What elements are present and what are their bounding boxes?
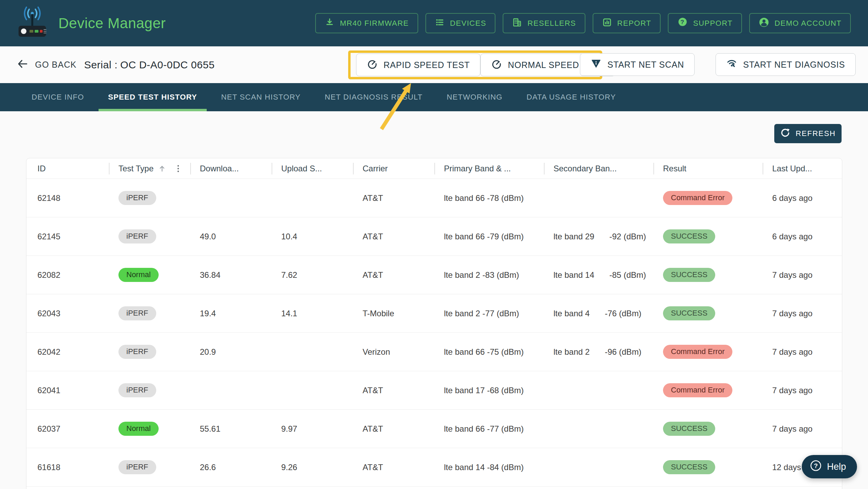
cell-last-updated: 6 days ago [763,179,842,217]
cell-test-type: Normal [109,410,190,448]
cell-test-type: Normal [109,256,190,294]
tab-net-scan-history[interactable]: NET SCAN HISTORY [212,83,310,111]
test-type-badge: iPERF [118,345,156,359]
devices-button[interactable]: DEVICES [425,13,496,33]
tab-data-usage-history[interactable]: DATA USAGE HISTORY [517,83,625,111]
bar-chart-icon [602,17,612,30]
page-title: Device Manager [58,15,166,32]
table-row[interactable]: 62148iPERFAT&Tlte band 66 -78 (dBm)Comma… [26,179,842,217]
cell-id: 62148 [26,179,109,217]
cell-secondary-band: lte band 2-96 (dBm) [544,333,653,371]
cell-carrier: AT&T [353,256,434,294]
router-logo-icon [16,6,48,41]
cell-result: Command Error [653,179,763,217]
cell-result: SUCCESS [653,256,763,294]
rapid-speed-test-button[interactable]: RAPID SPEED TEST [356,54,480,76]
table-row[interactable]: 62037Normal55.619.97AT&Tlte band 66 -77 … [26,410,842,448]
column-menu-icon[interactable] [173,163,183,174]
help-button[interactable]: ? Help [802,455,857,478]
table-row[interactable]: 61618iPERF26.69.26AT&Tlte band 14 -84 (d… [26,448,842,487]
cell-secondary-band [544,410,653,448]
table-row[interactable]: 62145iPERF49.010.4AT&Tlte band 66 -79 (d… [26,217,842,256]
cell-id: 62041 [26,371,109,409]
cell-test-type: iPERF [109,294,190,332]
cell-carrier: Verizon [353,333,434,371]
tab-speed-test-history[interactable]: SPEED TEST HISTORY [99,83,207,111]
cell-download: 26.6 [190,448,272,486]
cell-secondary-band [544,448,653,486]
refresh-icon [780,127,790,140]
refresh-button[interactable]: REFRESH [774,124,842,143]
cell-primary-band: lte band 2 -83 (dBm) [434,256,544,294]
download-icon [324,17,335,30]
column-header-test-type[interactable]: Test Type [109,158,190,179]
net-actions: START NET SCAN START NET DIAGNOSIS [580,53,856,76]
test-type-badge: Normal [118,422,159,435]
cell-carrier: AT&T [353,448,434,486]
column-header-download[interactable]: Downloa... [190,158,272,179]
back-group: GO BACK Serial :OC D-A0-0DC 0655 [16,46,215,83]
column-header-primary-band[interactable]: Primary Band & ... [434,158,544,179]
device-toolbar: GO BACK Serial :OC D-A0-0DC 0655 RAPID S… [0,46,868,83]
cell-last-updated: 7 days ago [763,410,842,448]
column-header-secondary-band[interactable]: Secondary Ban... [544,158,653,179]
cell-id: 61618 [26,448,109,486]
building-icon [512,17,522,30]
start-net-diagnosis-button[interactable]: START NET DIAGNOSIS [716,53,856,76]
cell-upload: 9.26 [272,448,353,486]
column-header-carrier[interactable]: Carrier [353,158,434,179]
test-type-badge: iPERF [118,383,156,397]
cell-id: 62037 [26,410,109,448]
table-body: 62148iPERFAT&Tlte band 66 -78 (dBm)Comma… [26,179,842,487]
column-header-result[interactable]: Result [653,158,763,179]
main-nav: MR40 FIRMWARE DEVICES RESELLERS [315,0,851,46]
cell-secondary-band: lte band 14-85 (dBm) [544,256,653,294]
go-back-button[interactable]: GO BACK [16,58,77,72]
cell-result: SUCCESS [653,294,763,332]
column-header-last-updated[interactable]: Last Upd... [763,158,842,179]
cell-id: 62042 [26,333,109,371]
result-badge: SUCCESS [663,306,715,320]
cell-test-type: iPERF [109,371,190,409]
list-icon [435,17,445,30]
firmware-button[interactable]: MR40 FIRMWARE [315,13,418,33]
cell-primary-band: lte band 2 -77 (dBm) [434,294,544,332]
report-button[interactable]: REPORT [593,13,661,33]
resellers-button[interactable]: RESELLERS [503,13,585,33]
cell-secondary-band [544,371,653,409]
cell-upload: 14.1 [272,294,353,332]
table-row[interactable]: 62082Normal36.847.62AT&Tlte band 2 -83 (… [26,256,842,294]
table-row[interactable]: 62042iPERF20.9Verizonlte band 66 -75 (dB… [26,333,842,371]
cell-last-updated: 7 days ago [763,333,842,371]
svg-text:?: ? [814,462,818,469]
table-row[interactable]: 62041iPERFAT&Tlte band 17 -68 (dBm)Comma… [26,371,842,410]
column-header-id[interactable]: ID [26,158,109,179]
cell-download [190,371,272,409]
cell-test-type: iPERF [109,217,190,255]
cell-carrier: AT&T [353,410,434,448]
device-serial: Serial :OC D-A0-0DC 0655 [84,59,215,71]
sort-ascending-icon[interactable] [158,164,167,173]
table-row[interactable]: 62043iPERF19.414.1T-Mobilelte band 2 -77… [26,294,842,333]
cell-test-type: iPERF [109,179,190,217]
support-button[interactable]: ? SUPPORT [668,13,742,33]
tab-device-info[interactable]: DEVICE INFO [22,83,94,111]
test-type-badge: iPERF [118,191,156,205]
result-badge: Command Error [663,191,732,205]
tab-networking[interactable]: NETWORKING [437,83,512,111]
cell-primary-band: lte band 66 -78 (dBm) [434,179,544,217]
cell-last-updated: 7 days ago [763,256,842,294]
cell-carrier: AT&T [353,179,434,217]
table-header-row: ID Test Type Downloa... Upload S... Carr… [26,158,842,179]
result-badge: Command Error [663,345,732,359]
cell-secondary-band [544,179,653,217]
column-header-upload[interactable]: Upload S... [272,158,353,179]
start-net-scan-button[interactable]: START NET SCAN [580,53,695,76]
cell-carrier: AT&T [353,371,434,409]
cell-id: 62043 [26,294,109,332]
wifi-info-icon [591,58,602,71]
tab-net-diagnosis-result[interactable]: NET DIAGNOSIS RESULT [315,83,432,111]
cell-test-type: iPERF [109,333,190,371]
account-button[interactable]: DEMO ACCOUNT [749,13,851,33]
cell-result: SUCCESS [653,448,763,486]
